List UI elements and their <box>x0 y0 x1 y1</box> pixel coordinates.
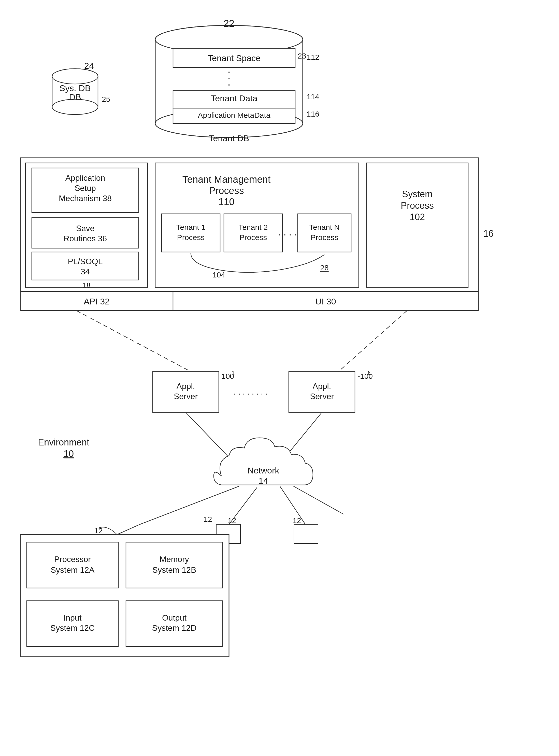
svg-rect-22 <box>224 214 283 252</box>
sys-db-label: Sys. DB <box>60 83 91 93</box>
svg-rect-44 <box>27 542 118 588</box>
pl-soql-line1: PL/SOQL <box>68 257 103 266</box>
label-112: 112 <box>307 53 319 61</box>
input-system-line2: System 12C <box>50 623 95 632</box>
label-25: 25 <box>102 95 110 103</box>
input-system-line1: Input <box>63 613 82 622</box>
tenant-space-label: Tenant Space <box>208 53 261 63</box>
network-cloud: Network 14 <box>214 438 313 485</box>
label-28: 28 <box>320 263 329 272</box>
appl-server2-line2: Server <box>310 392 334 401</box>
pl-soql-line2: 34 <box>81 267 90 276</box>
output-system-line1: Output <box>162 613 186 622</box>
label-104: 104 <box>213 271 225 279</box>
tenant1-line1: Tenant 1 <box>176 223 205 231</box>
tenant-mgmt-line1: Tenant Management <box>182 174 271 185</box>
dots-3: · <box>227 79 230 90</box>
label-114: 114 <box>307 92 319 101</box>
svg-line-38 <box>293 486 343 514</box>
tenant-dots: . . . . <box>278 227 297 237</box>
ui-30-label: UI 30 <box>315 297 336 306</box>
label-12-left: 12 <box>94 526 103 535</box>
system-process-line2: Process <box>401 200 434 211</box>
label-22: 22 <box>224 18 234 29</box>
label-100-N-sub: N <box>368 370 372 376</box>
network-label-2: 14 <box>259 476 268 485</box>
tenant1-line2: Process <box>177 233 205 242</box>
memory-system-line1: Memory <box>159 555 189 564</box>
label-116: 116 <box>307 110 319 118</box>
app-setup-line2: Setup <box>74 183 96 193</box>
app-setup-line3: Mechanism 38 <box>59 194 112 203</box>
svg-line-48 <box>117 524 140 535</box>
label-12a: 12 <box>204 515 212 523</box>
svg-line-28 <box>76 310 191 372</box>
svg-rect-25 <box>366 163 468 288</box>
svg-rect-45 <box>126 542 223 588</box>
tenant-data-label: Tenant Data <box>211 93 257 103</box>
environment-label: Environment <box>38 437 89 448</box>
svg-line-35 <box>140 486 239 524</box>
label-12c: 12 <box>293 516 301 525</box>
save-routines-line2: Routines 36 <box>64 234 107 243</box>
svg-rect-18 <box>32 218 139 248</box>
label-100-1-sub: 1 <box>231 370 234 376</box>
tenant-mgmt-line3: 110 <box>218 196 234 207</box>
api-32-label: API 32 <box>84 297 110 306</box>
label-23: 23 <box>298 52 306 60</box>
label-16: 16 <box>484 228 494 239</box>
save-routines-line1: Save <box>76 224 95 233</box>
system-process-line3: 102 <box>410 212 425 222</box>
label-12b: 12 <box>228 516 236 525</box>
sys-db-label-2: DB <box>69 92 81 102</box>
app-metadata-label: Application MetaData <box>198 111 270 120</box>
network-label-1: Network <box>248 466 280 475</box>
processor-system-line2: System 12A <box>51 565 95 575</box>
tenant2-line1: Tenant 2 <box>239 223 268 231</box>
diagram: 22 Tenant Space 23 112 · · · Tenant Data… <box>0 0 559 756</box>
svg-rect-21 <box>161 214 220 252</box>
processor-system-line1: Processor <box>54 555 91 564</box>
tenant-mgmt-line2: Process <box>209 185 244 196</box>
appl-server1-line1: Appl. <box>177 382 195 391</box>
tenant2-line2: Process <box>240 233 267 242</box>
system-process-line1: System <box>402 189 432 199</box>
output-system-line2: System 12D <box>152 623 196 632</box>
app-setup-line1: Application <box>65 173 105 182</box>
appl-server1-line2: Server <box>174 392 198 401</box>
tenant-db-label: Tenant DB <box>209 133 249 143</box>
svg-rect-23 <box>298 214 351 252</box>
label-24: 24 <box>84 61 94 70</box>
memory-system-line2: System 12B <box>152 565 196 575</box>
tenantN-line2: Process <box>311 233 338 242</box>
label-18: 18 <box>83 281 90 289</box>
tenantN-line1: Tenant N <box>309 223 340 231</box>
server-dots: . . . . . . . . <box>233 387 267 396</box>
appl-server2-line1: Appl. <box>313 382 331 391</box>
label-10: 10 <box>64 449 74 459</box>
svg-line-29 <box>338 310 407 372</box>
svg-rect-41 <box>294 524 318 543</box>
svg-point-14 <box>52 69 98 84</box>
